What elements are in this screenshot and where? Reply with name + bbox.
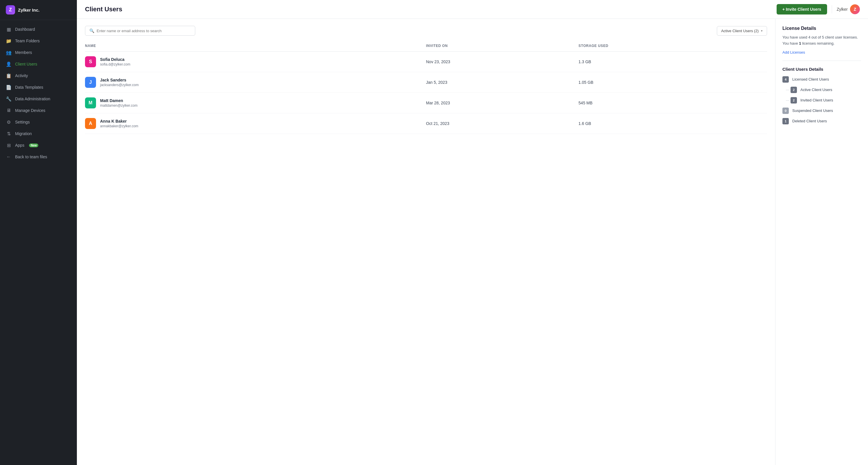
table-row[interactable]: A Anna K Baker annakbaker@zylker.com Oct… — [85, 113, 767, 134]
sidebar-item-activity[interactable]: 📋Activity — [0, 70, 77, 81]
user-storage-sofia: 1.3 GB — [579, 52, 767, 72]
sidebar-item-label-data-templates: Data Templates — [15, 85, 43, 90]
sidebar-item-data-administration[interactable]: 🔧Data Administration — [0, 93, 77, 105]
table-row[interactable]: J Jack Sanders jacksanders@zylker.com Ja… — [85, 72, 767, 93]
detail-item-licensed[interactable]: 4Licensed Client Users — [782, 76, 861, 82]
sidebar-item-label-dashboard: Dashboard — [15, 27, 35, 32]
col-header-storage_used: STORAGE USED — [579, 41, 767, 52]
filter-dropdown-label: Active Client Users (2) — [721, 29, 758, 33]
user-email-jack: jacksanders@zylker.com — [100, 83, 139, 87]
user-email-sofia: sofia.d@zylker.com — [100, 62, 130, 66]
detail-item-invited[interactable]: 2Invited Client Users — [790, 97, 861, 103]
migration-icon: ⇅ — [6, 131, 11, 137]
page-title: Client Users — [85, 5, 122, 13]
user-label: Zylker — [837, 7, 848, 11]
topbar-right: + Invite Client Users Zylker Z — [777, 4, 860, 14]
app-logo: Z — [6, 5, 15, 14]
content-area: 🔍 Active Client Users (2) ▾ NAMEINVITED … — [77, 19, 868, 465]
sidebar-item-label-settings: Settings — [15, 120, 30, 124]
table-body: S Sofia Deluca sofia.d@zylker.com Nov 23… — [85, 52, 767, 134]
sidebar-item-client-users[interactable]: 👤Client Users — [0, 58, 77, 70]
detail-badge-deleted: 1 — [782, 118, 789, 124]
col-header-name: NAME — [85, 41, 426, 52]
table-row[interactable]: M Matt Damen mattdamen@zylker.com Mar 28… — [85, 93, 767, 113]
license-details-title: License Details — [782, 26, 861, 31]
search-input[interactable] — [97, 29, 191, 33]
sidebar-item-settings[interactable]: ⚙Settings — [0, 116, 77, 128]
client-users-icon: 👤 — [6, 61, 11, 67]
detail-item-active[interactable]: 2Active Client Users — [790, 87, 861, 93]
user-storage-matt: 545 MB — [579, 93, 767, 113]
sidebar-item-label-client-users: Client Users — [15, 62, 37, 66]
sidebar-item-back-to-team[interactable]: ←Back to team files — [0, 151, 77, 163]
user-avatar-matt: M — [85, 97, 96, 108]
user-name-cell-jack: J Jack Sanders jacksanders@zylker.com — [85, 72, 426, 93]
sidebar-item-label-team-folders: Team Folders — [15, 39, 40, 43]
user-avatar-jack: J — [85, 77, 96, 88]
main-area: Client Users + Invite Client Users Zylke… — [77, 0, 868, 465]
apps-icon: ⊞ — [6, 142, 11, 148]
invite-client-users-button[interactable]: + Invite Client Users — [777, 4, 827, 14]
user-email-anna: annakbaker@zylker.com — [100, 124, 138, 128]
detail-label-deleted: Deleted Client Users — [792, 119, 827, 123]
topbar: Client Users + Invite Client Users Zylke… — [77, 0, 868, 19]
topbar-user[interactable]: Zylker Z — [837, 4, 860, 14]
user-storage-jack: 1.05 GB — [579, 72, 767, 93]
data-templates-icon: 📄 — [6, 85, 11, 90]
panel-divider — [782, 61, 861, 61]
sidebar-nav: ▦Dashboard📁Team Folders👥Members👤Client U… — [0, 20, 77, 465]
right-panel: License Details You have used 4 out of 5… — [775, 19, 868, 465]
sidebar-item-dashboard[interactable]: ▦Dashboard — [0, 24, 77, 35]
sidebar-item-apps[interactable]: ⊞AppsNew — [0, 139, 77, 151]
sidebar-item-manage-devices[interactable]: 🖥Manage Devices — [0, 105, 77, 116]
detail-item-suspended[interactable]: 0Suspended Client Users — [782, 107, 861, 114]
license-description: You have used 4 out of 5 client user lic… — [782, 34, 861, 47]
topbar-divider — [832, 5, 832, 13]
user-avatar-sofia: S — [85, 56, 96, 67]
company-name: Zylker Inc. — [18, 7, 39, 12]
sidebar-item-label-migration: Migration — [15, 131, 32, 136]
detail-badge-licensed: 4 — [782, 76, 789, 82]
user-invited-sofia: Nov 23, 2023 — [426, 52, 579, 72]
chevron-down-icon: ▾ — [761, 29, 763, 33]
user-name-cell-anna: A Anna K Baker annakbaker@zylker.com — [85, 113, 426, 134]
sidebar-item-label-members: Members — [15, 50, 32, 55]
apps-badge: New — [29, 143, 39, 147]
sidebar-item-data-templates[interactable]: 📄Data Templates — [0, 81, 77, 93]
settings-icon: ⚙ — [6, 119, 11, 125]
table-row[interactable]: S Sofia Deluca sofia.d@zylker.com Nov 23… — [85, 52, 767, 72]
user-avatar-anna: A — [85, 118, 96, 129]
detail-item-deleted[interactable]: 1Deleted Client Users — [782, 118, 861, 124]
sidebar: Z Zylker Inc. ▦Dashboard📁Team Folders👥Me… — [0, 0, 77, 465]
user-name-cell-matt: M Matt Damen mattdamen@zylker.com — [85, 93, 426, 113]
sidebar-item-team-folders[interactable]: 📁Team Folders — [0, 35, 77, 47]
detail-label-suspended: Suspended Client Users — [792, 108, 833, 113]
user-invited-jack: Jan 5, 2023 — [426, 72, 579, 93]
user-fullname-anna: Anna K Baker — [100, 119, 138, 124]
sidebar-item-migration[interactable]: ⇅Migration — [0, 128, 77, 139]
detail-label-active: Active Client Users — [800, 88, 832, 92]
user-invited-matt: Mar 28, 2023 — [426, 93, 579, 113]
sidebar-item-label-data-administration: Data Administration — [15, 97, 50, 101]
user-fullname-jack: Jack Sanders — [100, 78, 139, 82]
avatar: Z — [850, 4, 860, 14]
sidebar-item-label-activity: Activity — [15, 73, 28, 78]
table-header: NAMEINVITED ONSTORAGE USED — [85, 41, 767, 52]
sidebar-item-label-apps: Apps — [15, 143, 24, 147]
user-storage-anna: 1.6 GB — [579, 113, 767, 134]
detail-badge-active: 2 — [790, 87, 797, 93]
data-administration-icon: 🔧 — [6, 96, 11, 102]
activity-icon: 📋 — [6, 73, 11, 78]
user-email-matt: mattdamen@zylker.com — [100, 103, 137, 107]
search-box: 🔍 — [85, 26, 195, 36]
col-header-invited_on: INVITED ON — [426, 41, 579, 52]
users-table: NAMEINVITED ONSTORAGE USED S Sofia Deluc… — [85, 41, 767, 134]
filter-dropdown[interactable]: Active Client Users (2) ▾ — [717, 26, 767, 36]
user-name-cell-sofia: S Sofia Deluca sofia.d@zylker.com — [85, 52, 426, 72]
sidebar-header: Z Zylker Inc. — [0, 0, 77, 20]
manage-devices-icon: 🖥 — [6, 107, 11, 113]
add-licenses-link[interactable]: Add Licenses — [782, 50, 805, 55]
sidebar-item-members[interactable]: 👥Members — [0, 47, 77, 58]
table-section: 🔍 Active Client Users (2) ▾ NAMEINVITED … — [77, 19, 775, 465]
search-icon: 🔍 — [89, 28, 94, 33]
